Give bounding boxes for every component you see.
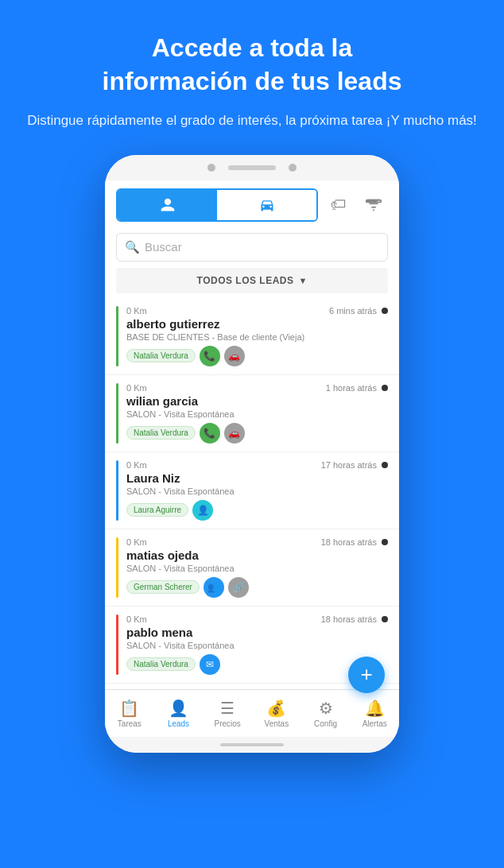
lead-meta: 0 Km 17 horas atrás bbox=[126, 460, 388, 470]
lead-body: 0 Km 1 horas atrás wilian garcia SALON -… bbox=[126, 383, 388, 444]
lead-time: 17 horas atrás bbox=[321, 460, 388, 470]
lead-name: Laura Niz bbox=[126, 471, 388, 485]
lead-action-car[interactable]: 🚗 bbox=[224, 423, 245, 444]
nav-item-config[interactable]: ⚙ Config bbox=[301, 690, 351, 737]
assignee-badge: Natalia Verdura bbox=[126, 657, 196, 671]
lead-body: 0 Km 6 mins atrás alberto gutierrez BASE… bbox=[126, 306, 388, 366]
lead-time: 18 horas atrás bbox=[321, 614, 388, 624]
lead-source: SALON - Visita Espontánea bbox=[126, 486, 388, 496]
header-section: Accede a toda la información de tus lead… bbox=[0, 0, 504, 147]
nav-item-leads[interactable]: 👤 Leads bbox=[154, 690, 204, 737]
front-camera bbox=[207, 164, 215, 172]
assignee-badge: Natalia Verdura bbox=[126, 426, 196, 440]
lead-status-bar bbox=[116, 614, 118, 675]
lead-tags: Natalia Verdura 📞🚗 bbox=[126, 423, 388, 444]
nav-label-ventas: Ventas bbox=[265, 719, 289, 728]
nav-icon-alertas: 🔔 bbox=[365, 699, 385, 718]
person-icon bbox=[160, 197, 176, 213]
time-dot bbox=[382, 308, 388, 314]
tab-car[interactable] bbox=[217, 190, 316, 220]
lead-distance: 0 Km bbox=[126, 460, 147, 470]
bottom-navigation: 📋 Tareas 👤 Leads ☰ Precios 💰 Ventas ⚙ Co… bbox=[105, 689, 399, 737]
time-dot bbox=[382, 385, 388, 391]
header-subtitle: Distingue rápidamente el grado de interé… bbox=[24, 110, 480, 131]
lead-body: 0 Km 18 horas atrás matias ojeda SALON -… bbox=[126, 537, 388, 598]
leads-filter-bar[interactable]: TODOS LOS LEADS ▼ bbox=[116, 268, 388, 293]
lead-time: 1 horas atrás bbox=[326, 383, 388, 393]
nav-label-config: Config bbox=[314, 719, 337, 728]
nav-item-alertas[interactable]: 🔔 Alertas bbox=[350, 690, 399, 737]
advanced-filter-button[interactable] bbox=[359, 191, 388, 219]
lead-status-bar bbox=[116, 460, 118, 521]
nav-label-tareas: Tareas bbox=[118, 719, 142, 728]
time-dot bbox=[382, 616, 388, 622]
lead-body: 0 Km 18 horas atrás pablo mena SALON - V… bbox=[126, 614, 388, 675]
lead-meta: 0 Km 18 horas atrás bbox=[126, 614, 388, 624]
lead-item[interactable]: 0 Km 6 mins atrás alberto gutierrez BASE… bbox=[105, 298, 399, 375]
lead-action-link[interactable]: 🔗 bbox=[228, 577, 249, 598]
tag-filter-button[interactable]: 🏷 bbox=[324, 191, 353, 219]
lead-action-email[interactable]: ✉ bbox=[200, 654, 220, 675]
nav-icon-ventas: 💰 bbox=[266, 699, 286, 718]
lead-action-phone[interactable]: 📞 bbox=[200, 423, 220, 444]
tag-icon: 🏷 bbox=[331, 196, 347, 214]
lead-time: 6 mins atrás bbox=[329, 306, 388, 316]
lead-name: alberto gutierrez bbox=[126, 317, 388, 331]
lead-distance: 0 Km bbox=[126, 537, 147, 547]
lead-item[interactable]: 0 Km 1 horas atrás wilian garcia SALON -… bbox=[105, 375, 399, 452]
lead-status-bar bbox=[116, 383, 118, 444]
lead-item[interactable]: 0 Km 18 horas atrás matias ojeda SALON -… bbox=[105, 529, 399, 606]
nav-item-tareas[interactable]: 📋 Tareas bbox=[105, 690, 154, 737]
lead-distance: 0 Km bbox=[126, 614, 147, 624]
car-icon bbox=[259, 197, 275, 213]
assignee-badge: Natalia Verdura bbox=[126, 349, 196, 362]
search-placeholder: Buscar bbox=[145, 240, 182, 254]
lead-item[interactable]: 0 Km 17 horas atrás Laura Niz SALON - Vi… bbox=[105, 452, 399, 529]
lead-source: SALON - Visita Espontánea bbox=[126, 641, 388, 650]
lead-action-car[interactable]: 🚗 bbox=[224, 346, 245, 366]
filter-icon bbox=[365, 196, 382, 214]
nav-label-precios: Precios bbox=[215, 719, 241, 728]
chevron-down-icon: ▼ bbox=[299, 276, 308, 285]
lead-tags: Laura Aguirre 👤 bbox=[126, 500, 388, 521]
speaker bbox=[228, 165, 276, 170]
nav-item-ventas[interactable]: 💰 Ventas bbox=[252, 690, 301, 737]
lead-time: 18 horas atrás bbox=[321, 537, 388, 547]
lead-action-phone[interactable]: 📞 bbox=[200, 346, 220, 366]
search-bar[interactable]: 🔍 Buscar bbox=[116, 233, 388, 262]
lead-meta: 0 Km 6 mins atrás bbox=[126, 306, 388, 316]
sensor bbox=[289, 164, 297, 172]
lead-source: SALON - Visita Espontánea bbox=[126, 409, 388, 419]
search-icon: 🔍 bbox=[125, 240, 140, 254]
nav-label-alertas: Alertas bbox=[362, 719, 387, 728]
filter-label: TODOS LOS LEADS bbox=[197, 275, 294, 286]
lead-status-bar bbox=[116, 306, 118, 366]
assignee-badge: Laura Aguirre bbox=[126, 503, 188, 517]
add-lead-fab[interactable]: + bbox=[348, 657, 385, 693]
lead-source: BASE DE CLIENTES - Base de cliente (Viej… bbox=[126, 332, 388, 342]
header-title: Accede a toda la información de tus lead… bbox=[24, 32, 480, 98]
lead-action-person[interactable]: 👤 bbox=[192, 500, 213, 521]
lead-tags: Natalia Verdura 📞🚗 bbox=[126, 346, 388, 366]
phone-bottom bbox=[105, 737, 399, 753]
lead-name: matias ojeda bbox=[126, 548, 388, 562]
lead-meta: 0 Km 1 horas atrás bbox=[126, 383, 388, 393]
lead-source: SALON - Visita Espontánea bbox=[126, 564, 388, 573]
view-tabs: 🏷 bbox=[105, 180, 399, 230]
time-dot bbox=[382, 539, 388, 545]
lead-distance: 0 Km bbox=[126, 383, 147, 393]
nav-item-precios[interactable]: ☰ Precios bbox=[203, 690, 252, 737]
nav-icon-precios: ☰ bbox=[220, 699, 235, 718]
lead-action-group[interactable]: 👥 bbox=[204, 577, 224, 598]
nav-label-leads: Leads bbox=[168, 719, 189, 728]
home-bar bbox=[220, 743, 284, 746]
lead-distance: 0 Km bbox=[126, 306, 147, 316]
tab-group bbox=[116, 188, 318, 222]
nav-icon-leads: 👤 bbox=[169, 699, 188, 718]
lead-body: 0 Km 17 horas atrás Laura Niz SALON - Vi… bbox=[126, 460, 388, 521]
phone-mockup: 🏷 🔍 Buscar TODOS bbox=[0, 155, 504, 753]
nav-icon-config: ⚙ bbox=[319, 699, 333, 718]
tab-person[interactable] bbox=[118, 190, 217, 220]
lead-name: pablo mena bbox=[126, 626, 388, 639]
app-screen: 🏷 🔍 Buscar TODOS bbox=[105, 180, 399, 737]
